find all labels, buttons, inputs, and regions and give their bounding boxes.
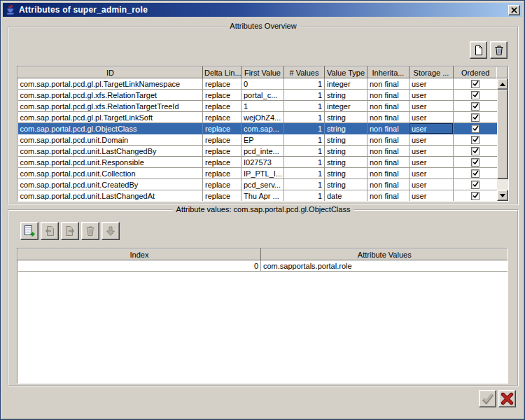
- cell-value_type[interactable]: integer: [325, 101, 368, 112]
- cell-first_value[interactable]: I027573: [241, 157, 284, 168]
- cell-num_values[interactable]: 1: [284, 123, 325, 134]
- cell-ordered[interactable]: [454, 179, 498, 190]
- cell-id[interactable]: com.sap.portal.pcd.gl.pl.TargetLinkSoft: [18, 112, 203, 123]
- cell-inheritance[interactable]: non final: [368, 168, 410, 179]
- attribute-row[interactable]: com.sap.portal.pcd.gl.pl.TargetLinkNames…: [18, 78, 498, 90]
- cell-inheritance[interactable]: non final: [368, 101, 410, 112]
- cell-ordered[interactable]: [454, 168, 498, 179]
- cell-storage[interactable]: user: [410, 134, 454, 146]
- cell-storage[interactable]: user: [410, 190, 454, 202]
- delete-value-button[interactable]: [81, 222, 99, 240]
- ordered-checkbox[interactable]: [471, 113, 479, 122]
- ordered-checkbox[interactable]: [471, 136, 479, 144]
- scrollbar-thumb[interactable]: [497, 90, 508, 179]
- cell-ordered[interactable]: [454, 78, 498, 90]
- cell-id[interactable]: com.sap.portal.pcd.unit.CreatedBy: [18, 179, 203, 190]
- column-header[interactable]: ID: [18, 67, 203, 78]
- column-header[interactable]: Index: [18, 249, 261, 260]
- cell-id[interactable]: com.sap.portal.pcd.unit.LastChangedBy: [18, 146, 203, 157]
- attribute-row[interactable]: com.sap.portal.pcd.gl.xfs.RelationTarget…: [18, 101, 498, 112]
- ordered-checkbox[interactable]: [471, 102, 479, 111]
- cell-delta_link[interactable]: replace: [203, 123, 241, 134]
- confirm-button[interactable]: [479, 390, 496, 407]
- ordered-checkbox[interactable]: [471, 147, 479, 155]
- column-header[interactable]: Storage ...: [410, 67, 454, 78]
- cell-id[interactable]: com.sap.portal.pcd.gl.xfs.RelationTarget: [18, 90, 203, 101]
- cell-num_values[interactable]: 1: [284, 134, 325, 146]
- cell-id[interactable]: com.sap.portal.pcd.unit.Responsible: [18, 157, 203, 168]
- cell-value_type[interactable]: string: [325, 179, 368, 190]
- ordered-checkbox[interactable]: [471, 91, 479, 99]
- attribute-row[interactable]: com.sap.portal.pcd.unit.LastChangedByrep…: [18, 146, 498, 157]
- attributes-scrollbar[interactable]: [497, 78, 508, 201]
- cell-value_type[interactable]: string: [325, 157, 368, 168]
- cell-storage[interactable]: user: [410, 168, 454, 179]
- cell-storage[interactable]: user: [410, 101, 454, 112]
- column-header[interactable]: Attribute Values: [261, 249, 508, 260]
- cell-first_value[interactable]: 1: [241, 101, 284, 112]
- cell-value_type[interactable]: string: [325, 90, 368, 101]
- cell-ordered[interactable]: [454, 90, 498, 101]
- cell-storage[interactable]: user: [410, 123, 454, 134]
- ordered-checkbox[interactable]: [471, 169, 479, 178]
- cancel-button[interactable]: [498, 390, 516, 407]
- value-import-button[interactable]: [41, 222, 59, 240]
- cell-first_value[interactable]: 0: [241, 78, 284, 90]
- cell-num_values[interactable]: 1: [284, 179, 325, 190]
- delete-attribute-button[interactable]: [490, 41, 507, 59]
- cell-delta_link[interactable]: replace: [203, 112, 241, 123]
- attribute-row[interactable]: com.sap.portal.pcd.unit.CreatedByreplace…: [18, 179, 498, 190]
- cell-inheritance[interactable]: non final: [368, 134, 410, 146]
- cell-inheritance[interactable]: non final: [368, 146, 410, 157]
- cell-num_values[interactable]: 1: [284, 112, 325, 123]
- ordered-checkbox[interactable]: [471, 158, 479, 167]
- cell-num_values[interactable]: 1: [284, 190, 325, 202]
- column-header[interactable]: # Values: [284, 67, 325, 78]
- cell-delta_link[interactable]: replace: [203, 101, 241, 112]
- attribute-row[interactable]: com.sap.portal.pcd.unit.Collectionreplac…: [18, 168, 498, 179]
- cell-first_value[interactable]: pcd_inte...: [241, 146, 284, 157]
- cell-ordered[interactable]: [454, 101, 498, 112]
- cell-inheritance[interactable]: non final: [368, 190, 410, 202]
- cell-num_values[interactable]: 1: [284, 157, 325, 168]
- cell-first_value[interactable]: wejOhZ4...: [241, 112, 284, 123]
- cell-id[interactable]: com.sap.portal.pcd.unit.Domain: [18, 134, 203, 146]
- cell-ordered[interactable]: [454, 157, 498, 168]
- cell-value_type[interactable]: string: [325, 123, 368, 134]
- cell-delta_link[interactable]: replace: [203, 168, 241, 179]
- cell-first_value[interactable]: portal_c...: [241, 90, 284, 101]
- attribute-row[interactable]: com.sap.portal.pcd.gl.pl.TargetLinkSoftr…: [18, 112, 498, 123]
- scroll-down-button[interactable]: [497, 190, 508, 201]
- cell-inheritance[interactable]: non final: [368, 157, 410, 168]
- cell-ordered[interactable]: [454, 123, 498, 134]
- cell-value_type[interactable]: string: [325, 168, 368, 179]
- cell-id[interactable]: com.sap.portal.pcd.gl.ObjectClass: [18, 123, 203, 134]
- cell-attribute-value[interactable]: com.sapportals.portal.role: [261, 260, 508, 272]
- value-row[interactable]: 0com.sapportals.portal.role: [18, 260, 508, 272]
- ordered-checkbox[interactable]: [471, 181, 479, 189]
- cell-inheritance[interactable]: non final: [368, 78, 410, 90]
- cell-delta_link[interactable]: replace: [203, 157, 241, 168]
- cell-num_values[interactable]: 1: [284, 101, 325, 112]
- cell-inheritance[interactable]: non final: [368, 123, 410, 134]
- attribute-row[interactable]: com.sap.portal.pcd.gl.xfs.RelationTarget…: [18, 90, 498, 101]
- attribute-row[interactable]: com.sap.portal.pcd.unit.DomainreplaceEP1…: [18, 134, 498, 146]
- column-header[interactable]: Value Type: [325, 67, 368, 78]
- add-value-button[interactable]: [20, 222, 38, 240]
- cell-inheritance[interactable]: non final: [368, 179, 410, 190]
- cell-num_values[interactable]: 1: [284, 78, 325, 90]
- ordered-checkbox[interactable]: [471, 80, 479, 88]
- cell-ordered[interactable]: [454, 134, 498, 146]
- cell-value_type[interactable]: string: [325, 146, 368, 157]
- cell-delta_link[interactable]: replace: [203, 90, 241, 101]
- cell-first_value[interactable]: EP: [241, 134, 284, 146]
- cell-inheritance[interactable]: non final: [368, 90, 410, 101]
- close-button[interactable]: [508, 5, 520, 15]
- cell-storage[interactable]: user: [410, 90, 454, 101]
- ordered-checkbox[interactable]: [471, 192, 479, 200]
- cell-value_type[interactable]: string: [325, 112, 368, 123]
- cell-delta_link[interactable]: replace: [203, 179, 241, 190]
- cell-storage[interactable]: user: [410, 112, 454, 123]
- column-header[interactable]: Ordered: [454, 67, 498, 78]
- cell-first_value[interactable]: com.sap...: [241, 123, 284, 134]
